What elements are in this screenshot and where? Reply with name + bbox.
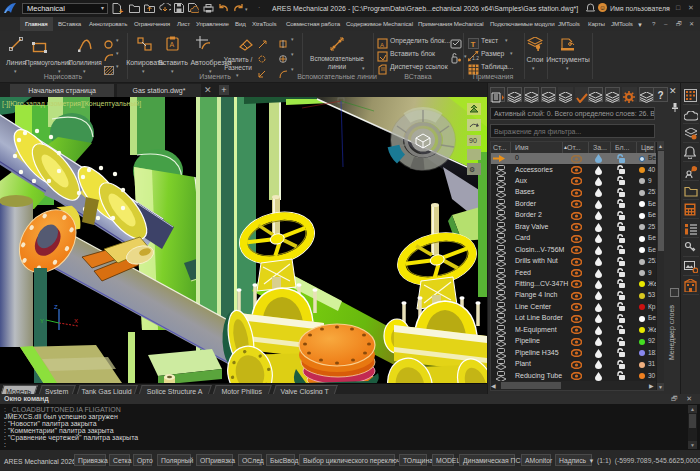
svg-text:90: 90 (469, 137, 477, 144)
svg-text:Z: Z (54, 304, 58, 310)
svg-text:⚙: ⚙ (469, 166, 475, 173)
svg-text:[-][Юго-запад изометрия][Конце: [-][Юго-запад изометрия][Концептуальный] (2, 100, 141, 108)
svg-text:Y: Y (40, 318, 44, 324)
svg-text:A: A (170, 41, 175, 48)
svg-text:X: X (74, 318, 78, 324)
svg-text:A: A (380, 42, 384, 48)
